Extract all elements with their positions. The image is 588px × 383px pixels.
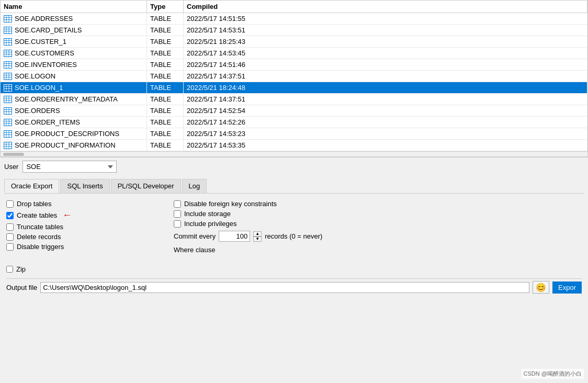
table-cell-type: TABLE [147,94,184,105]
create-tables-label: Create tables [17,211,57,219]
table-cell-name: SOE.ORDERENTRY_METADATA [1,94,147,105]
table-icon [4,107,12,115]
table-cell-compiled: 2022/5/17 14:53:23 [184,128,587,139]
table-cell-type: TABLE [147,140,184,151]
table-cell-type: TABLE [147,59,184,70]
option-truncate-tables: Truncate tables [6,222,163,232]
where-row: Where clause [174,244,582,256]
tab-sql-inserts[interactable]: SQL Inserts [60,179,109,193]
spinner-up[interactable]: ▲ [253,231,262,236]
table-icon [4,96,12,103]
commit-label: Commit every [174,232,216,240]
row-name-text: SOE.PRODUCT_INFORMATION [15,141,116,149]
table-row[interactable]: SOE.LOGONTABLE2022/5/17 14:37:51 [1,71,587,82]
row-name-text: SOE.CUSTER_1 [15,38,66,46]
scrollbar-area[interactable] [1,151,587,156]
svg-rect-40 [4,107,12,114]
user-label: User [4,163,18,171]
table-icon [4,119,12,126]
table-cell-compiled: 2022/5/21 18:24:48 [184,82,587,93]
table-cell-compiled: 2022/5/17 14:37:51 [184,94,587,105]
truncate-tables-checkbox[interactable] [6,223,14,231]
table-cell-type: TABLE [147,128,184,139]
table-cell-type: TABLE [147,36,184,47]
option-include-privileges: Include privileges [174,219,582,229]
table-header: Name Type Compiled [1,1,587,13]
user-section: User SOE SYSTEM HR SCOTT [0,157,588,176]
svg-rect-10 [4,38,12,45]
table-cell-compiled: 2022/5/17 14:51:55 [184,13,587,24]
create-tables-checkbox[interactable] [6,212,14,219]
table-row[interactable]: SOE.ORDERENTRY_METADATATABLE2022/5/17 14… [1,94,587,105]
commit-input[interactable] [219,231,250,242]
drop-tables-checkbox[interactable] [6,200,14,208]
table-body: SOE.ADDRESSESTABLE2022/5/17 14:51:55 SOE… [1,13,587,151]
svg-rect-55 [4,142,12,149]
svg-rect-30 [4,84,12,91]
export-button[interactable]: Expor [552,281,582,294]
table-row[interactable]: SOE.CUSTER_1TABLE2022/5/21 18:25:43 [1,36,587,48]
table-icon [4,142,12,149]
disable-triggers-checkbox[interactable] [6,243,14,251]
table-row[interactable]: SOE.PRODUCT_INFORMATIONTABLE2022/5/17 14… [1,140,587,151]
table-cell-type: TABLE [147,117,184,128]
output-label: Output file [6,284,37,291]
tabs-bar: Oracle Export SQL Inserts PL/SQL Develop… [4,179,584,194]
svg-rect-5 [4,27,12,33]
table-row[interactable]: SOE.ADDRESSESTABLE2022/5/17 14:51:55 [1,13,587,25]
user-dropdown[interactable]: SOE SYSTEM HR SCOTT [22,161,117,173]
table-section: Name Type Compiled SOE.ADDRESSESTABLE202… [0,0,588,157]
svg-rect-15 [4,50,12,57]
tab-plsql-developer[interactable]: PL/SQL Developer [111,179,181,193]
row-name-text: SOE.LOGON_1 [15,84,63,92]
include-privileges-checkbox[interactable] [174,220,181,228]
tab-log[interactable]: Log [182,179,207,193]
table-cell-name: SOE.LOGON [1,71,147,82]
table-row[interactable]: SOE.CUSTOMERSTABLE2022/5/17 14:53:45 [1,48,587,59]
include-storage-checkbox[interactable] [174,210,181,218]
table-cell-name: SOE.CUSTER_1 [1,36,147,47]
table-cell-name: SOE.ADDRESSES [1,13,147,24]
output-input[interactable] [40,282,529,293]
commit-row: Commit every ▲ ▼ records (0 = never) [174,229,582,244]
zip-checkbox[interactable] [6,266,13,273]
table-row[interactable]: SOE.ORDERSTABLE2022/5/17 14:52:54 [1,105,587,117]
table-cell-type: TABLE [147,13,184,24]
table-row[interactable]: SOE.INVENTORIESTABLE2022/5/17 14:51:46 [1,59,587,71]
table-icon [4,38,12,46]
table-cell-name: SOE.ORDER_ITEMS [1,117,147,128]
option-include-storage: Include storage [174,209,582,219]
table-cell-compiled: 2022/5/17 14:37:51 [184,71,587,82]
tab-oracle-export[interactable]: Oracle Export [4,179,59,193]
output-row: Output file 😊 Expor [6,278,582,296]
where-label: Where clause [174,246,215,254]
table-icon [4,15,12,22]
row-name-text: SOE.ADDRESSES [15,15,73,22]
table-cell-compiled: 2022/5/17 14:53:45 [184,48,587,59]
table-row[interactable]: SOE.LOGON_1TABLE2022/5/21 18:24:48 [1,82,587,94]
spinner-down[interactable]: ▼ [253,236,262,242]
table-icon [4,27,12,34]
col-header-compiled: Compiled [184,1,587,13]
table-cell-type: TABLE [147,71,184,82]
table-cell-type: TABLE [147,25,184,36]
table-cell-compiled: 2022/5/17 14:53:51 [184,25,587,36]
row-name-text: SOE.LOGON [15,72,55,80]
zip-label: Zip [16,265,26,273]
table-row[interactable]: SOE.CARD_DETAILSTABLE2022/5/17 14:53:51 [1,25,587,36]
table-row[interactable]: SOE.ORDER_ITEMSTABLE2022/5/17 14:52:26 [1,117,587,128]
table-icon [4,61,12,69]
tabs-section: Oracle Export SQL Inserts PL/SQL Develop… [0,176,588,194]
output-browse-button[interactable]: 😊 [533,281,549,294]
scrollbar-thumb[interactable] [3,153,24,156]
svg-rect-20 [4,61,12,68]
table-cell-name: SOE.INVENTORIES [1,59,147,70]
option-drop-tables: Drop tables [6,199,163,209]
delete-records-checkbox[interactable] [6,233,14,241]
table-row[interactable]: SOE.PRODUCT_DESCRIPTIONSTABLE2022/5/17 1… [1,128,587,140]
table-cell-compiled: 2022/5/17 14:52:26 [184,117,587,128]
disable-fk-checkbox[interactable] [174,200,181,208]
options-section: Drop tables Create tables ← Truncate tab… [0,194,588,261]
delete-records-label: Delete records [17,233,61,241]
table-icon [4,73,12,80]
